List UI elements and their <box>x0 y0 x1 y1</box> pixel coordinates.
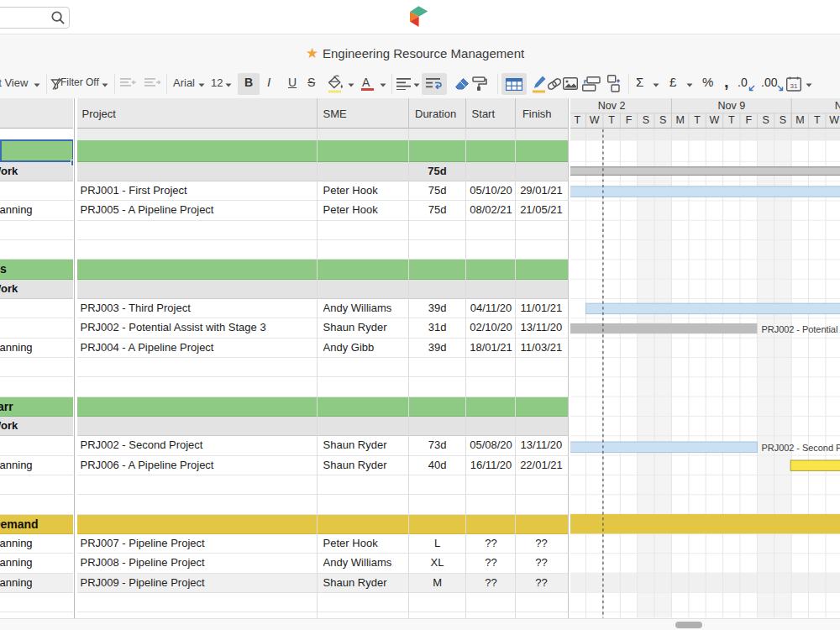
svg-text:T: T <box>813 114 820 126</box>
svg-text:Nov 16: Nov 16 <box>834 100 840 112</box>
svg-text:PRJ002 - Second Project: PRJ002 - Second Project <box>761 443 840 453</box>
svg-text:T: T <box>727 114 734 126</box>
svg-text:T: T <box>574 114 580 126</box>
svg-text:S: S <box>659 114 666 126</box>
svg-text:M: M <box>795 114 804 126</box>
svg-text:T: T <box>608 114 615 126</box>
svg-text:M: M <box>675 114 684 126</box>
svg-text:W: W <box>709 114 719 126</box>
svg-text:Nov 9: Nov 9 <box>717 100 745 112</box>
svg-text:S: S <box>642 114 648 126</box>
svg-text:T: T <box>694 114 701 126</box>
svg-text:W: W <box>589 114 599 126</box>
svg-text:S: S <box>779 114 785 126</box>
svg-text:Nov 2: Nov 2 <box>597 100 625 112</box>
svg-text:F: F <box>625 114 632 126</box>
svg-text:S: S <box>762 114 769 126</box>
svg-text:W: W <box>829 114 839 126</box>
svg-text:F: F <box>745 114 752 126</box>
svg-text:PRJ002 - Potential Assist with: PRJ002 - Potential Assist with Stage 3 <box>761 324 840 334</box>
svg-text:31: 31 <box>790 82 798 90</box>
